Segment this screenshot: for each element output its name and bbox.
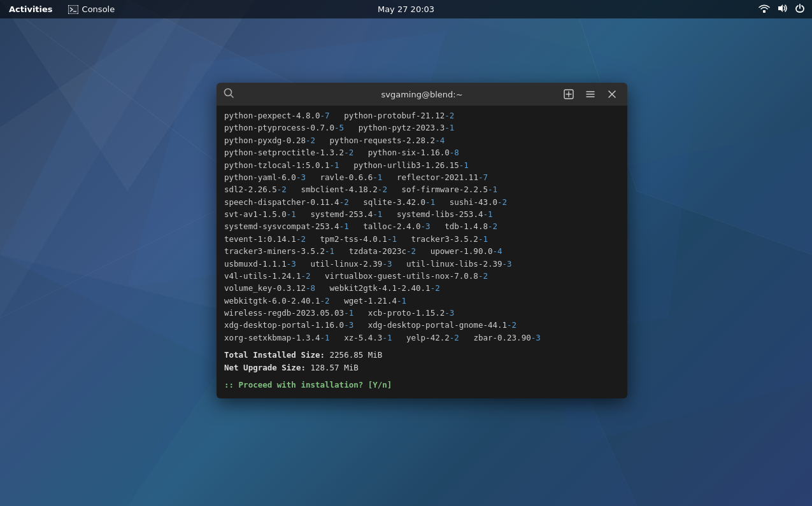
net-upgrade-line: Net Upgrade Size: 128.57 MiB xyxy=(224,362,620,374)
search-icon[interactable] xyxy=(223,87,234,101)
network-icon[interactable] xyxy=(759,4,770,15)
terminal-output-line: volume_key-0.3.12-8 webkit2gtk-4.1-2.40.… xyxy=(224,282,620,294)
topbar-datetime: May 27 20:03 xyxy=(378,4,434,14)
terminal-output-line: python-tzlocal-1:5.0.1-1 python-urllib3-… xyxy=(224,159,620,171)
terminal-output-line: xdg-desktop-portal-1.16.0-3 xdg-desktop-… xyxy=(224,319,620,331)
titlebar-left xyxy=(223,87,234,101)
terminal-output-line: python-yaml-6.0-3 ravle-0.6.6-1 reflecto… xyxy=(224,171,620,183)
svg-marker-22 xyxy=(778,4,783,12)
console-icon xyxy=(68,5,78,14)
power-icon[interactable] xyxy=(795,4,804,15)
terminal-title: svgaming@blend:~ xyxy=(381,90,462,99)
terminal-output-line: python-setproctitle-1.3.2-2 python-six-1… xyxy=(224,146,620,158)
terminal-output-line: python-pyxdg-0.28-2 python-requests-2.28… xyxy=(224,134,620,146)
topbar: Activities Console May 27 20:03 xyxy=(0,0,812,18)
terminal-output-line: systemd-sysvcompat-253.4-1 talloc-2.4.0-… xyxy=(224,220,620,232)
terminal-output-line: tevent-1:0.14.1-2 tpm2-tss-4.0.1-1 track… xyxy=(224,233,620,245)
svg-rect-19 xyxy=(69,6,78,13)
console-app-label: Console xyxy=(82,4,115,14)
close-button[interactable] xyxy=(603,85,621,103)
terminal-body[interactable]: python-pexpect-4.8.0-7 python-protobuf-2… xyxy=(217,106,627,398)
terminal-output-line: speech-dispatcher-0.11.4-2 sqlite-3.42.0… xyxy=(224,196,620,208)
volume-icon[interactable] xyxy=(778,4,788,15)
topbar-right xyxy=(759,4,812,15)
install-prompt: :: Proceed with installation? [Y/n] xyxy=(224,379,620,391)
svg-line-24 xyxy=(231,95,233,97)
titlebar-controls xyxy=(560,85,621,103)
terminal-output-line: python-ptyprocess-0.7.0-5 python-pytz-20… xyxy=(224,122,620,134)
terminal-output-line: sdl2-2.26.5-2 smbclient-4.18.2-2 sof-fir… xyxy=(224,183,620,195)
add-tab-button[interactable] xyxy=(560,85,578,103)
summary-section: Total Installed Size: 2256.85 MiBNet Upg… xyxy=(224,349,620,374)
terminal-titlebar: svgaming@blend:~ xyxy=(217,83,627,106)
terminal-output-line: xorg-setxkbmap-1.3.4-1 xz-5.4.3-1 yelp-4… xyxy=(224,332,620,344)
terminal-output-line: python-pexpect-4.8.0-7 python-protobuf-2… xyxy=(224,109,620,122)
topbar-left: Activities Console xyxy=(0,0,121,18)
terminal-output-line: tracker3-miners-3.5.2-1 tzdata-2023c-2 u… xyxy=(224,245,620,257)
total-installed-line: Total Installed Size: 2256.85 MiB xyxy=(224,349,620,361)
console-app-button[interactable]: Console xyxy=(62,4,122,14)
menu-button[interactable] xyxy=(581,85,599,103)
terminal-window: svgaming@blend:~ xyxy=(217,83,627,398)
terminal-output-line: usbmuxd-1.1.1-3 util-linux-2.39-3 util-l… xyxy=(224,258,620,270)
terminal-output-line: svt-av1-1.5.0-1 systemd-253.4-1 systemd-… xyxy=(224,208,620,220)
terminal-output-line: v4l-utils-1.24.1-2 virtualbox-guest-util… xyxy=(224,270,620,282)
svg-rect-21 xyxy=(763,10,766,13)
activities-button[interactable]: Activities xyxy=(0,0,62,18)
terminal-output-line: webkitgtk-6.0-2.40.1-2 wget-1.21.4-1 xyxy=(224,295,620,307)
terminal-output-line: wireless-regdb-2023.05.03-1 xcb-proto-1.… xyxy=(224,307,620,319)
